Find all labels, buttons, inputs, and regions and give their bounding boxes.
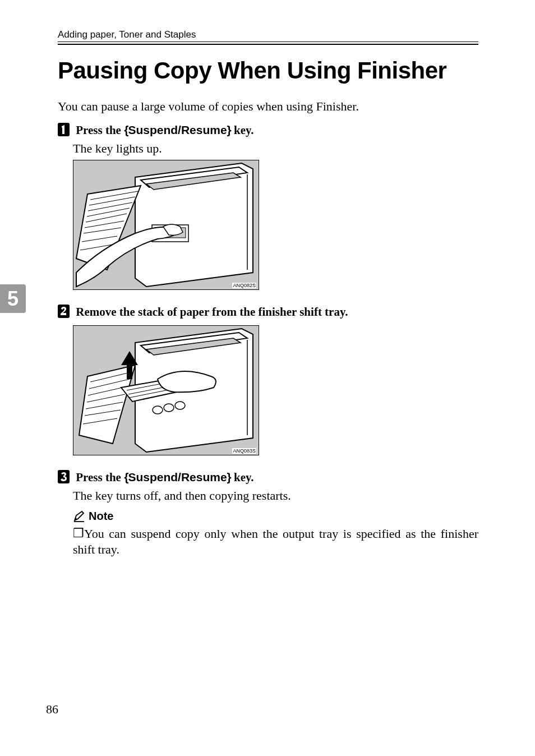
svg-point-35 bbox=[175, 402, 185, 409]
step-3-heading: Press the {Suspend/Resume} key. bbox=[58, 470, 254, 485]
svg-point-33 bbox=[153, 406, 163, 414]
step-number-icon bbox=[58, 123, 70, 136]
divider bbox=[58, 44, 478, 45]
step-3-body: The key turns off, and then copying rest… bbox=[73, 488, 291, 503]
page-number: 86 bbox=[46, 702, 58, 717]
close-bracket-icon: } bbox=[227, 123, 231, 136]
note-heading: Note bbox=[73, 510, 113, 523]
step-2-text: Remove the stack of paper from the finis… bbox=[76, 305, 348, 319]
step-1-heading: Press the {Suspend/Resume} key. bbox=[58, 123, 254, 137]
step-2-heading: Remove the stack of paper from the finis… bbox=[58, 305, 348, 319]
illustration-code: ANQ083S bbox=[232, 448, 256, 454]
running-head: Adding paper, Toner and Staples bbox=[58, 29, 196, 40]
bullet-icon: ❒ bbox=[73, 525, 81, 541]
step-number-icon bbox=[58, 305, 70, 318]
divider bbox=[58, 42, 478, 42]
step-1-body: The key lights up. bbox=[73, 141, 162, 156]
note-label: Note bbox=[89, 510, 113, 523]
step-1-suffix: key. bbox=[231, 123, 254, 137]
step-3-prefix: Press the bbox=[76, 471, 124, 484]
step-number-icon bbox=[58, 470, 70, 483]
chapter-tab: 5 bbox=[0, 284, 26, 313]
page-title: Pausing Copy When Using Finisher bbox=[58, 57, 446, 84]
note-text: You can suspend copy only when the outpu… bbox=[73, 527, 478, 556]
step-3-suffix: key. bbox=[231, 471, 254, 484]
illustration-2: ANQ083S bbox=[73, 325, 259, 455]
step-1-prefix: Press the bbox=[76, 123, 124, 137]
intro-text: You can pause a large volume of copies w… bbox=[58, 99, 359, 114]
suspend-resume-key-label: Suspend/Resume bbox=[128, 471, 227, 483]
pencil-icon bbox=[73, 510, 85, 523]
illustration-1: ANQ082S bbox=[73, 160, 259, 290]
suspend-resume-key-label: Suspend/Resume bbox=[128, 123, 227, 136]
svg-point-34 bbox=[164, 404, 174, 412]
illustration-code: ANQ082S bbox=[232, 283, 256, 288]
note-body: ❒You can suspend copy only when the outp… bbox=[73, 525, 478, 557]
close-bracket-icon: } bbox=[227, 471, 231, 483]
